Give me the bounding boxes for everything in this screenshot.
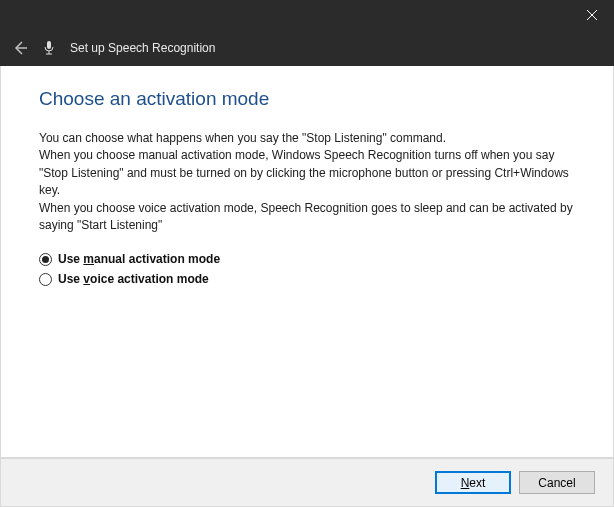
microphone-icon bbox=[42, 40, 56, 56]
close-icon bbox=[587, 10, 597, 20]
page-description: You can choose what happens when you say… bbox=[39, 130, 575, 234]
wizard-footer: Next Cancel bbox=[0, 458, 614, 507]
next-button[interactable]: Next bbox=[435, 471, 511, 494]
activation-mode-radio-group: Use manual activation mode Use voice act… bbox=[39, 252, 575, 286]
page-heading: Choose an activation mode bbox=[39, 88, 575, 110]
close-button[interactable] bbox=[569, 0, 614, 30]
radio-indicator-icon bbox=[39, 273, 52, 286]
radio-label: Use manual activation mode bbox=[58, 252, 220, 266]
radio-voice-activation[interactable]: Use voice activation mode bbox=[39, 272, 575, 286]
wizard-header: Set up Speech Recognition bbox=[0, 30, 614, 66]
radio-indicator-icon bbox=[39, 253, 52, 266]
radio-label: Use voice activation mode bbox=[58, 272, 209, 286]
wizard-content: Choose an activation mode You can choose… bbox=[0, 66, 614, 458]
cancel-button[interactable]: Cancel bbox=[519, 471, 595, 494]
svg-rect-3 bbox=[47, 41, 51, 49]
back-button[interactable] bbox=[12, 40, 28, 56]
window-title: Set up Speech Recognition bbox=[70, 41, 215, 55]
back-arrow-icon bbox=[12, 40, 28, 56]
titlebar bbox=[0, 0, 614, 30]
radio-manual-activation[interactable]: Use manual activation mode bbox=[39, 252, 575, 266]
